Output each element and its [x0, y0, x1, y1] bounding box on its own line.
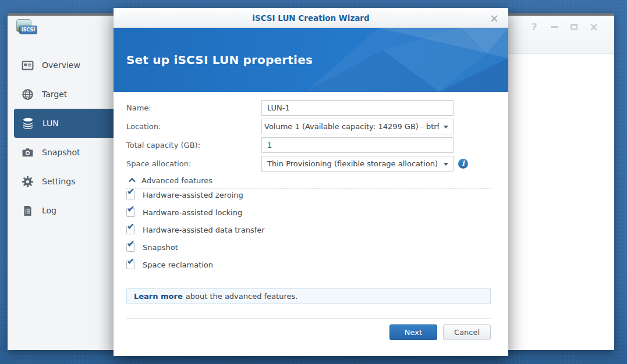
- checkbox-row-snapshot[interactable]: ✔ Snapshot: [126, 241, 491, 253]
- space-allocation-select[interactable]: Thin Provisioning (flexible storage allo…: [261, 156, 454, 172]
- tick-glyph: ✔: [127, 240, 134, 249]
- sidebar-item-label: Overview: [42, 60, 80, 70]
- learn-more-banner: Learn more about the advanced features.: [126, 288, 491, 304]
- checkbox-checked-icon[interactable]: ✔: [126, 243, 135, 252]
- tick-glyph: ✔: [127, 257, 134, 266]
- checkbox-checked-icon[interactable]: ✔: [126, 208, 135, 217]
- checkbox-label: Hardware-assisted zeroing: [143, 191, 243, 199]
- chevron-up-icon: [129, 178, 136, 183]
- dialog-title: iSCSI LUN Creation Wizard: [252, 13, 369, 23]
- dialog-body: Name: Location: Volume 1 (Available capa…: [114, 92, 508, 356]
- log-icon: [22, 205, 34, 217]
- window-controls: ? ×: [529, 22, 599, 32]
- checkbox-label: Snapshot: [143, 243, 178, 252]
- space-allocation-selected-value: Thin Provisioning (flexible storage allo…: [267, 159, 438, 168]
- sidebar-item-snapshot[interactable]: Snapshot: [8, 138, 114, 167]
- capacity-label: Total capacity (GB):: [126, 141, 261, 149]
- checkbox-row-hw-locking[interactable]: ✔ Hardware-assisted locking: [126, 206, 491, 218]
- checkbox-checked-icon[interactable]: ✔: [126, 191, 135, 199]
- tick-glyph: ✔: [127, 222, 134, 231]
- capacity-input[interactable]: [261, 137, 454, 153]
- name-label: Name:: [126, 104, 261, 112]
- dialog-titlebar[interactable]: iSCSI LUN Creation Wizard ×: [114, 8, 508, 28]
- sidebar-item-label: Snapshot: [42, 148, 80, 157]
- maximize-shape: [571, 24, 578, 30]
- checkbox-label: Space reclamation: [143, 260, 213, 269]
- info-icon[interactable]: i: [458, 159, 468, 169]
- chevron-down-icon: [444, 163, 448, 166]
- help-icon[interactable]: ?: [529, 22, 540, 32]
- tick-glyph: ✔: [127, 205, 134, 214]
- cancel-button[interactable]: Cancel: [443, 324, 491, 340]
- checkbox-row-space-reclamation[interactable]: ✔ Space reclamation: [126, 259, 491, 270]
- capacity-row: Total capacity (GB):: [126, 137, 491, 152]
- advanced-features-label: Advanced features: [141, 176, 212, 185]
- checkbox-label: Hardware-assisted data transfer: [143, 226, 265, 234]
- name-input[interactable]: [261, 100, 454, 116]
- sidebar-item-log[interactable]: Log: [8, 196, 114, 225]
- sidebar-item-target[interactable]: Target: [8, 80, 114, 109]
- space-allocation-row: Space allocation: Thin Provisioning (fle…: [126, 156, 491, 171]
- checkbox-label: Hardware-assisted locking: [143, 208, 242, 217]
- checkbox-checked-icon[interactable]: ✔: [126, 260, 135, 269]
- maximize-icon[interactable]: [569, 22, 579, 32]
- iscsi-app-icon: iSCSI: [15, 19, 35, 38]
- overview-card-icon: [22, 59, 34, 72]
- dialog-header-banner: Set up iSCSI LUN properties: [114, 28, 508, 92]
- database-icon: [22, 117, 34, 130]
- checkbox-row-hw-data-transfer[interactable]: ✔ Hardware-assisted data transfer: [126, 224, 491, 235]
- next-button[interactable]: Next: [389, 324, 437, 340]
- minimize-icon[interactable]: [549, 22, 559, 32]
- tick-glyph: ✔: [127, 187, 134, 197]
- location-row: Location: Volume 1 (Available capacity: …: [126, 119, 491, 134]
- checkbox-checked-icon[interactable]: ✔: [126, 226, 135, 234]
- sidebar-item-overview[interactable]: Overview: [8, 51, 114, 80]
- location-label: Location:: [126, 122, 261, 131]
- chevron-down-icon: [444, 126, 448, 129]
- close-icon[interactable]: ×: [488, 12, 500, 24]
- globe-icon: [22, 88, 34, 101]
- footer-divider: [126, 318, 491, 319]
- minimize-shape: [551, 26, 558, 28]
- location-select[interactable]: Volume 1 (Available capacity: 14299 GB) …: [261, 119, 454, 134]
- advanced-features-toggle[interactable]: Advanced features: [126, 176, 491, 185]
- gear-icon: [22, 176, 34, 188]
- sidebar-item-label: LUN: [42, 119, 59, 128]
- iscsi-lun-creation-wizard-dialog: iSCSI LUN Creation Wizard × Set up iSCSI…: [114, 8, 508, 356]
- iscsi-app-icon-label: iSCSI: [19, 26, 37, 34]
- sidebar-item-label: Log: [42, 206, 56, 215]
- sidebar-item-lun[interactable]: LUN: [14, 109, 114, 138]
- learn-more-link[interactable]: Learn more: [134, 292, 183, 301]
- sidebar-item-label: Target: [42, 90, 67, 99]
- sidebar-item-label: Settings: [42, 177, 75, 186]
- sidebar: iSCSI Overview Target LUN Snapshot: [8, 16, 114, 350]
- space-allocation-label: Space allocation:: [126, 159, 261, 168]
- camera-icon: [22, 147, 34, 159]
- sidebar-item-settings[interactable]: Settings: [8, 167, 114, 196]
- checkbox-row-hw-zeroing[interactable]: ✔ Hardware-assisted zeroing: [126, 189, 491, 201]
- name-row: Name:: [126, 100, 491, 115]
- learn-more-text: about the advanced features.: [186, 292, 298, 301]
- location-selected-value: Volume 1 (Available capacity: 14299 GB) …: [264, 122, 439, 131]
- dialog-footer: Next Cancel: [126, 324, 491, 340]
- close-window-icon[interactable]: ×: [589, 22, 599, 32]
- dialog-step-title: Set up iSCSI LUN properties: [114, 53, 313, 67]
